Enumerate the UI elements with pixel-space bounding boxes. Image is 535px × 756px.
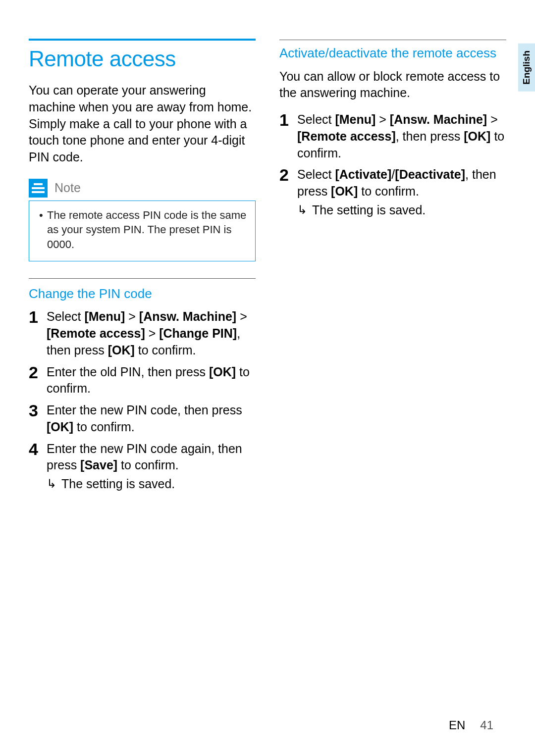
section-title: Remote access [29,47,256,71]
subsection-title: Change the PIN code [29,286,256,302]
language-tab: English [518,44,535,92]
footer-page-number: 41 [480,718,493,732]
subsection-rule [279,40,506,40]
subsection-rule [29,278,256,279]
left-column: Remote access You can operate your answe… [29,30,256,498]
step-text: Select [Menu] > [Answ. Machine] > [Remot… [297,111,506,161]
result-text: The setting is saved. [312,202,426,219]
step-text: Enter the new PIN code, then press [OK] … [47,402,256,436]
section-rule [29,39,256,41]
result-arrow-icon: ↳ [47,476,56,491]
note-icon [29,179,48,198]
step-item: 3 Enter the new PIN code, then press [OK… [29,402,256,436]
note-label: Note [54,181,81,195]
footer-language: EN [449,718,465,732]
right-column: Activate/deactivate the remote access Yo… [279,30,506,498]
step-item: 1 Select [Menu] > [Answ. Machine] > [Rem… [29,308,256,358]
page-content: Remote access You can operate your answe… [0,0,535,522]
step-number: 1 [279,111,290,128]
step-text: Enter the new PIN code again, then press… [47,441,256,493]
step-text: Select [Activate]/[Deactivate], then pre… [297,166,506,218]
subsection-title: Activate/deactivate the remote access [279,45,506,61]
page-footer: EN 41 [449,718,493,732]
step-number: 2 [279,166,290,183]
step-number: 1 [29,308,40,325]
result-arrow-icon: ↳ [297,202,307,217]
step-number: 3 [29,402,40,419]
note-header: Note [29,179,256,198]
step-item: 1 Select [Menu] > [Answ. Machine] > [Rem… [279,111,506,161]
step-text: Select [Menu] > [Answ. Machine] > [Remot… [47,308,256,358]
step-item: 4 Enter the new PIN code again, then pre… [29,441,256,493]
steps-list: 1 Select [Menu] > [Answ. Machine] > [Rem… [279,111,506,219]
result-text: The setting is saved. [61,476,175,493]
step-number: 4 [29,441,40,457]
step-number: 2 [29,364,40,381]
steps-list: 1 Select [Menu] > [Answ. Machine] > [Rem… [29,308,256,493]
intro-paragraph: You can operate your answering machine w… [29,82,256,166]
result-line: ↳ The setting is saved. [47,476,256,493]
note-box: The remote access PIN code is the same a… [29,201,256,261]
step-item: 2 Select [Activate]/[Deactivate], then p… [279,166,506,218]
step-item: 2 Enter the old PIN, then press [OK] to … [29,364,256,398]
intro-paragraph: You can allow or block remote access to … [279,68,506,102]
step-text: Enter the old PIN, then press [OK] to co… [47,364,256,398]
note-text: The remote access PIN code is the same a… [37,208,247,252]
result-line: ↳ The setting is saved. [297,202,506,219]
